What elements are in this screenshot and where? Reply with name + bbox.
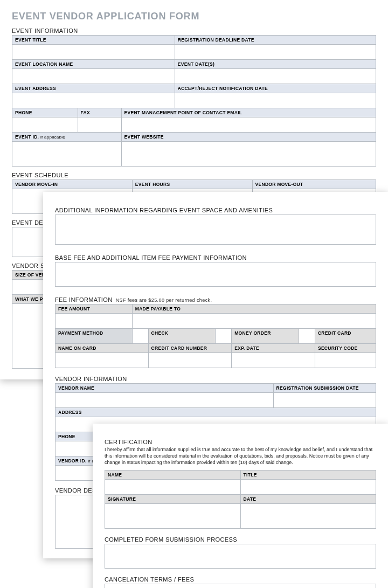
checkbox-credit-card[interactable]: [299, 329, 315, 344]
page-title: EVENT VENDOR APPLICATION FORM: [12, 11, 376, 22]
label-event-address: EVENT ADDRESS: [12, 84, 175, 93]
input-event-title[interactable]: [12, 45, 175, 60]
input-cert-signature[interactable]: [105, 504, 241, 529]
label-payment-method: PAYMENT METHOD: [56, 329, 133, 344]
input-fee-amount[interactable]: [56, 314, 133, 329]
label-phone: PHONE: [12, 108, 78, 117]
label-mgmt-email: EVENT MANAGEMENT POINT OF CONTACT EMAIL: [121, 108, 376, 117]
label-cc-number: CREDIT CARD NUMBER: [148, 344, 232, 353]
heading-base-fee: BASE FEE AND ADDITIONAL ITEM FEE PAYMENT…: [55, 254, 376, 261]
checkbox-money-order[interactable]: [216, 329, 232, 344]
input-reg-submission-date[interactable]: [273, 393, 376, 408]
input-mgmt-email[interactable]: [121, 117, 376, 133]
input-event-id[interactable]: [12, 142, 122, 167]
label-exp-date: EXP. DATE: [232, 344, 315, 353]
certification-table: NAME TITLE SIGNATURE DATE: [105, 470, 376, 529]
certification-text: I hereby affirm that all information sup…: [105, 446, 376, 466]
label-cert-date: DATE: [240, 495, 376, 504]
label-vendor-name: VENDOR NAME: [56, 384, 274, 393]
label-cert-name: NAME: [105, 471, 241, 480]
label-event-website: EVENT WEBSITE: [121, 133, 376, 142]
label-credit-card: CREDIT CARD: [315, 329, 376, 344]
heading-additional-info: ADDITIONAL INFORMATION REGARDING EVENT S…: [55, 207, 376, 213]
input-cancellation-terms[interactable]: [105, 584, 376, 588]
input-cert-name[interactable]: [105, 480, 241, 495]
heading-cancellation-terms: CANCELATION TERMS / FEES: [105, 576, 376, 583]
input-event-address[interactable]: [12, 93, 175, 108]
label-registration-deadline: REGISTRATION DEADLINE DATE: [175, 36, 376, 45]
label-move-in: VENDOR MOVE-IN: [12, 180, 133, 189]
label-check: CHECK: [148, 329, 216, 344]
input-registration-deadline[interactable]: [175, 45, 376, 60]
label-payable-to: MADE PAYABLE TO: [132, 305, 376, 314]
heading-event-schedule: EVENT SCHEDULE: [12, 172, 376, 178]
heading-submission-process: COMPLETED FORM SUBMISSION PROCESS: [105, 536, 376, 543]
label-move-out: VENDOR MOVE-OUT: [252, 180, 376, 189]
input-additional-info[interactable]: [55, 215, 376, 245]
heading-vendor-information: VENDOR INFORMATION: [55, 376, 376, 382]
label-event-dates: EVENT DATE(S): [175, 60, 376, 69]
label-event-hours: EVENT HOURS: [132, 180, 252, 189]
input-vendor-name[interactable]: [56, 393, 274, 408]
label-cert-title: TITLE: [240, 471, 376, 480]
checkbox-check[interactable]: [132, 329, 148, 344]
label-accept-reject: ACCEPT/REJECT NOTIFICATION DATE: [175, 84, 376, 93]
label-event-id: EVENT ID. if applicable: [12, 133, 122, 142]
input-cert-title[interactable]: [240, 480, 376, 495]
label-security-code: SECURITY CODE: [315, 344, 376, 353]
heading-fee-information: FEE INFORMATIONNSF fees are $25.00 per r…: [55, 296, 376, 303]
input-fax[interactable]: [78, 117, 121, 133]
input-event-website[interactable]: [121, 142, 376, 167]
fee-nsf-note: NSF fees are $25.00 per returned check.: [116, 298, 212, 303]
form-page-3: CERTIFICATION I hereby affirm that all i…: [93, 424, 388, 588]
label-name-on-card: NAME ON CARD: [56, 344, 149, 353]
input-security-code[interactable]: [315, 353, 376, 368]
label-fee-amount: FEE AMOUNT: [56, 305, 133, 314]
input-event-location[interactable]: [12, 69, 175, 84]
input-event-dates[interactable]: [175, 69, 376, 84]
input-cc-number[interactable]: [148, 353, 232, 368]
input-base-fee[interactable]: [55, 262, 376, 287]
label-reg-submission-date: REGISTRATION SUBMISSION DATE: [273, 384, 376, 393]
event-info-table: EVENT TITLE REGISTRATION DEADLINE DATE E…: [12, 35, 376, 167]
fee-info-table: FEE AMOUNT MADE PAYABLE TO PAYMENT METHO…: [55, 304, 376, 368]
label-money-order: MONEY ORDER: [232, 329, 299, 344]
label-event-location: EVENT LOCATION NAME: [12, 60, 175, 69]
heading-event-information: EVENT INFORMATION: [12, 27, 376, 34]
input-cert-date[interactable]: [240, 504, 376, 529]
input-payable-to[interactable]: [132, 314, 376, 329]
label-cert-signature: SIGNATURE: [105, 495, 241, 504]
input-name-on-card[interactable]: [56, 353, 149, 368]
input-exp-date[interactable]: [232, 353, 315, 368]
heading-certification: CERTIFICATION: [105, 439, 376, 445]
input-phone[interactable]: [12, 117, 78, 133]
input-submission-process[interactable]: [105, 544, 376, 569]
input-accept-reject[interactable]: [175, 93, 376, 108]
label-event-title: EVENT TITLE: [12, 36, 175, 45]
label-fax: FAX: [78, 108, 121, 117]
label-vendor-address: ADDRESS: [56, 408, 376, 417]
